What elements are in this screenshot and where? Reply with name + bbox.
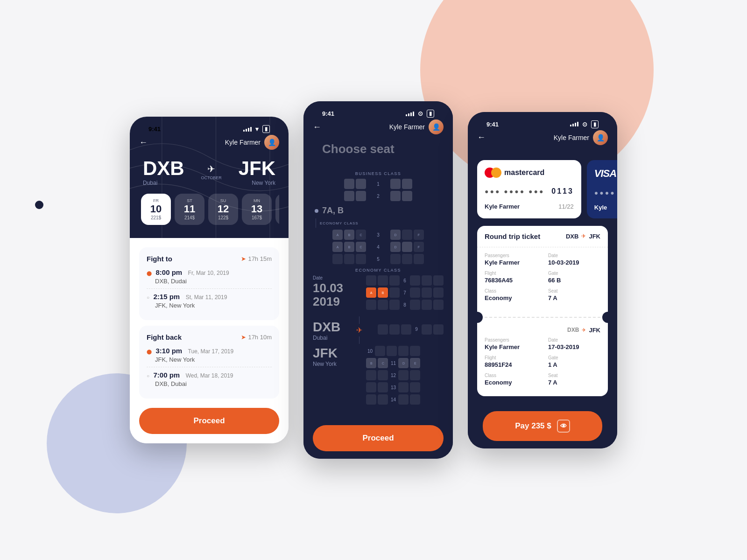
seat-7c[interactable] <box>389 287 400 298</box>
back-button-3[interactable]: ← <box>477 133 486 142</box>
seat-4e[interactable] <box>402 242 412 252</box>
seat-11d[interactable]: D <box>398 358 409 368</box>
seat-14b[interactable] <box>378 394 388 405</box>
seat-4b[interactable]: B <box>344 242 354 252</box>
seat-11e[interactable]: E <box>410 358 420 368</box>
seat-row-3: A B C 3 D F <box>313 230 444 240</box>
seat-rows-9-14: 9 <box>378 324 444 336</box>
date-pill-2[interactable]: SU 12 122$ <box>208 194 238 225</box>
seat-13d[interactable] <box>398 382 409 392</box>
seat-3a[interactable]: A <box>332 230 343 240</box>
seat-9e[interactable] <box>433 324 444 335</box>
seat-5b[interactable] <box>344 254 354 264</box>
seat-1e[interactable] <box>402 179 412 189</box>
seat-5e[interactable] <box>402 254 412 264</box>
ticket-date-return: Date 17-03-2019 <box>548 337 600 350</box>
mastercard-brand: mastercard <box>504 168 544 177</box>
ticket-punch <box>477 312 608 323</box>
seat-8c[interactable] <box>389 300 400 310</box>
seat-8a[interactable] <box>366 300 376 310</box>
seat-8d[interactable] <box>410 300 420 310</box>
seat-2a[interactable] <box>344 191 354 201</box>
date-info: Date 10.032019 <box>313 275 345 312</box>
seat-12d[interactable] <box>398 370 409 380</box>
seat-1d[interactable] <box>390 179 401 189</box>
seat-13e[interactable] <box>410 382 420 392</box>
proceed-button-1[interactable]: Proceed <box>139 408 279 434</box>
back-button-2[interactable]: ← <box>313 122 321 132</box>
seat-1b[interactable] <box>356 179 366 189</box>
seat-7d[interactable] <box>410 287 420 298</box>
date-pill-3[interactable]: MN 13 167$ <box>242 194 272 225</box>
seat-1a[interactable] <box>344 179 354 189</box>
seat-14e[interactable] <box>410 394 420 405</box>
seat-2d[interactable] <box>390 191 401 201</box>
seat-6c[interactable] <box>389 275 400 286</box>
user-name-3: Kyle Farmer <box>554 134 589 141</box>
dest-code-1: JFK <box>239 157 275 180</box>
seat-4d[interactable]: D <box>390 242 401 252</box>
seat-11c[interactable]: C <box>378 358 388 368</box>
seat-2e[interactable] <box>402 191 412 201</box>
seat-7e[interactable] <box>422 287 432 298</box>
seat-3d[interactable]: D <box>390 230 401 240</box>
seat-4c[interactable]: C <box>356 242 366 252</box>
seat-13a[interactable] <box>366 382 376 392</box>
seat-9b[interactable] <box>389 324 400 335</box>
flight-back-depart: ⬤ 3:10 pm Tue, Mar 17, 2019 JFK, New Yor… <box>147 347 272 363</box>
seat-10c[interactable] <box>387 346 397 356</box>
seat-11b[interactable]: B <box>366 358 376 368</box>
seat-row-7: A B 7 <box>353 287 444 298</box>
seat-14a[interactable] <box>366 394 376 405</box>
seat-10b[interactable] <box>375 346 385 356</box>
pay-label: Pay 235 $ <box>515 421 551 431</box>
seat-3b[interactable]: B <box>344 230 354 240</box>
seat-10e[interactable] <box>410 346 420 356</box>
seat-14d[interactable] <box>398 394 409 405</box>
proceed-button-2[interactable]: Proceed <box>313 425 444 451</box>
seat-5a[interactable] <box>332 254 343 264</box>
user-name-2: Kyle Farmer <box>389 123 425 131</box>
seat-9c[interactable] <box>401 324 411 335</box>
seat-3e[interactable] <box>402 230 412 240</box>
mastercard-card[interactable]: mastercard ●●● ●●●● ●●● 0113 Kyle Farmer… <box>477 160 581 218</box>
seat-12a[interactable] <box>366 370 376 380</box>
seat-9a[interactable] <box>378 324 388 335</box>
date-pill-4[interactable]: TU 14 41$ <box>275 194 279 225</box>
seat-4a[interactable]: A <box>332 242 343 252</box>
seat-6a[interactable] <box>366 275 376 286</box>
seat-6d[interactable] <box>410 275 420 286</box>
ticket-container: Round trip ticket DXB ✈ JFK Passengers K… <box>477 226 608 396</box>
seat-7a[interactable]: A <box>366 287 376 298</box>
date-pill-0[interactable]: FR 10 221$ <box>141 194 171 225</box>
seat-date-dest: Date 10.032019 6 <box>313 275 444 312</box>
seat-8f[interactable] <box>433 300 444 310</box>
visa-card[interactable]: VISA ●●●● Kyle <box>587 160 617 218</box>
seat-9d[interactable] <box>422 324 432 335</box>
avatar-1: 👤 <box>264 135 279 150</box>
origin-city-1: Dubai <box>143 180 184 186</box>
seat-12b[interactable] <box>378 370 388 380</box>
ticket-date-outbound: Date 10-03-2019 <box>548 253 600 266</box>
seat-12e[interactable] <box>410 370 420 380</box>
seat-2b[interactable] <box>356 191 366 201</box>
back-button-1[interactable]: ← <box>139 138 148 147</box>
seat-13b[interactable] <box>378 382 388 392</box>
seat-6f[interactable] <box>433 275 444 286</box>
seat-10d[interactable] <box>398 346 409 356</box>
date-pill-1[interactable]: ST 11 214$ <box>175 194 204 225</box>
seat-5f[interactable] <box>414 254 424 264</box>
seat-3c[interactable]: C <box>356 230 366 240</box>
flight-to-depart: ⬤ 8:00 pm Fr, Mar 10, 2019 DXB, Dudai <box>147 268 272 285</box>
seat-8e[interactable] <box>422 300 432 310</box>
seat-5c[interactable] <box>356 254 366 264</box>
seat-5d[interactable] <box>390 254 401 264</box>
seat-7f[interactable] <box>433 287 444 298</box>
seat-4f[interactable]: F <box>414 242 424 252</box>
seat-3f[interactable]: F <box>414 230 424 240</box>
seat-7b[interactable]: B <box>378 287 388 298</box>
seat-8b[interactable] <box>378 300 388 310</box>
pay-button[interactable]: Pay 235 $ 👁 <box>483 411 602 441</box>
seat-6b[interactable] <box>378 275 388 286</box>
seat-6e[interactable] <box>422 275 432 286</box>
